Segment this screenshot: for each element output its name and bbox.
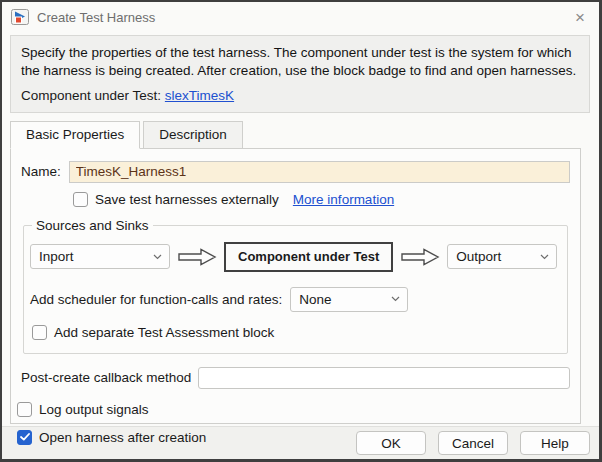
more-information-link[interactable]: More information — [293, 192, 394, 207]
log-output-label[interactable]: Log output signals — [39, 402, 149, 417]
chevron-down-icon — [540, 254, 549, 260]
scheduler-dropdown[interactable]: None — [290, 287, 408, 312]
callback-input[interactable] — [198, 367, 570, 389]
save-externally-row: Save test harnesses externally More info… — [73, 192, 570, 207]
open-harness-checkbox[interactable] — [17, 430, 32, 445]
source-sink-flow-row: Inport Component under Test Outport — [30, 242, 561, 272]
scheduler-label: Add scheduler for function-calls and rat… — [30, 292, 282, 307]
sink-dropdown[interactable]: Outport — [447, 244, 557, 269]
name-row: Name: — [21, 161, 570, 183]
assessment-label[interactable]: Add separate Test Assessment block — [54, 325, 274, 340]
create-test-harness-dialog: Create Test Harness × Specify the proper… — [0, 0, 602, 462]
dialog-description: Specify the properties of the test harne… — [21, 44, 579, 80]
sources-and-sinks-group: Sources and Sinks Inport Component under… — [23, 218, 568, 354]
log-output-checkbox[interactable] — [17, 402, 32, 417]
intro-box: Specify the properties of the test harne… — [10, 35, 590, 113]
tab-description[interactable]: Description — [143, 121, 243, 149]
open-harness-row: Open harness after creation — [17, 430, 570, 445]
name-label: Name: — [21, 164, 61, 179]
component-under-test-label: Component under Test: — [21, 88, 161, 103]
chevron-down-icon — [391, 296, 400, 302]
source-dropdown[interactable]: Inport — [30, 244, 170, 269]
component-under-test-line: Component under Test: slexTimesK — [21, 88, 579, 103]
name-input[interactable] — [69, 161, 570, 183]
assessment-checkbox[interactable] — [32, 325, 47, 340]
chevron-down-icon — [153, 254, 162, 260]
open-harness-label[interactable]: Open harness after creation — [39, 430, 206, 445]
window-title: Create Test Harness — [37, 10, 155, 25]
callback-label: Post-create callback method — [21, 370, 191, 385]
log-output-row: Log output signals — [17, 402, 570, 417]
close-icon[interactable]: × — [571, 7, 589, 28]
sources-and-sinks-legend: Sources and Sinks — [32, 218, 153, 233]
tab-bar: Basic Properties Description — [10, 121, 599, 149]
flow-arrow-icon — [177, 247, 217, 267]
callback-row: Post-create callback method — [21, 367, 570, 389]
simulink-harness-icon — [11, 9, 29, 25]
assessment-row: Add separate Test Assessment block — [32, 325, 561, 340]
source-dropdown-value: Inport — [39, 249, 147, 264]
scheduler-row: Add scheduler for function-calls and rat… — [30, 287, 561, 312]
save-externally-label[interactable]: Save test harnesses externally — [95, 192, 279, 207]
save-externally-checkbox[interactable] — [73, 192, 88, 207]
scheduler-dropdown-value: None — [299, 292, 385, 307]
title-bar: Create Test Harness × — [2, 2, 599, 32]
tab-basic-properties[interactable]: Basic Properties — [10, 121, 140, 149]
component-under-test-block: Component under Test — [224, 242, 393, 272]
basic-properties-panel: Name: Save test harnesses externally Mor… — [10, 148, 581, 424]
flow-arrow-icon — [400, 247, 440, 267]
component-under-test-link[interactable]: slexTimesK — [165, 88, 234, 103]
sink-dropdown-value: Outport — [456, 249, 534, 264]
